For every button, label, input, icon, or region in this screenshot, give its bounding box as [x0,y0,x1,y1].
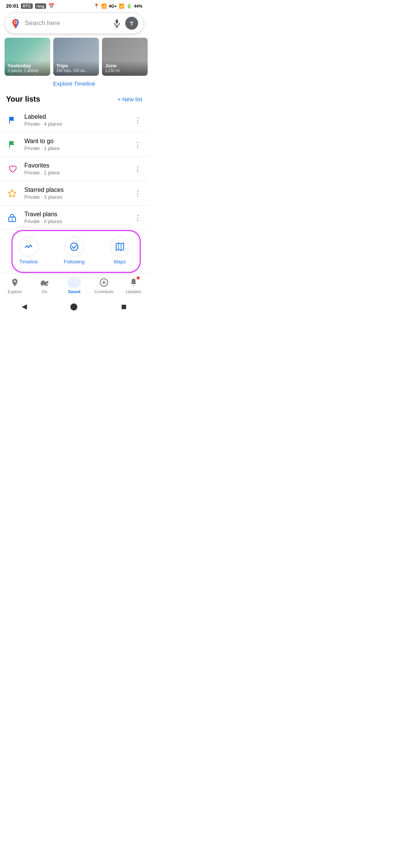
nav-explore[interactable]: Explore [3,277,26,294]
updates-icon [129,278,138,287]
flag-blue-icon [6,114,18,126]
svg-point-8 [70,243,78,251]
svg-marker-5 [8,190,16,197]
sub-nav-wrapper: Timeline Following Maps [0,233,148,270]
timeline-icon [24,242,33,252]
svg-point-14 [41,284,43,286]
nav-contribute-label: Contribute [94,289,114,294]
nav-explore-label: Explore [8,289,22,294]
mic-icon[interactable] [112,19,121,28]
new-list-button[interactable]: + New list [118,96,142,102]
svg-marker-9 [116,243,124,251]
nav-go-label: Go [42,289,48,294]
status-time: 20:01 RTC ring 📅 [6,3,54,9]
status-indicators: 📍 📶 4G+ 📶 🔋 44% [94,3,142,9]
back-button[interactable]: ◀ [22,302,27,311]
list-item-travel[interactable]: Travel plans Private · 0 places ⋮ [0,206,148,230]
explore-icon [10,278,19,287]
following-icon [69,242,79,252]
lists-title: Your lists [6,95,40,104]
android-nav-bar: ◀ ⬤ ◼ [0,298,148,314]
svg-point-1 [14,21,17,23]
status-bar: 20:01 RTC ring 📅 📍 📶 4G+ 📶 🔋 44% [0,0,148,10]
list-item-want-to-go[interactable]: Want to go Private · 1 place ⋮ [0,132,148,157]
list-item-starred[interactable]: Starred places Private · 3 places ⋮ [0,181,148,206]
sub-nav-maps[interactable]: Maps [110,237,130,265]
svg-point-17 [46,284,48,286]
svg-rect-13 [41,281,45,282]
contribute-icon [99,278,108,287]
maps-icon [115,242,125,252]
svg-rect-16 [47,281,48,283]
timeline-card-june[interactable]: June 1,232 mi [102,38,148,76]
nav-updates[interactable]: Updates [122,277,145,294]
bottom-nav: Explore Go Saved [0,273,148,298]
maps-logo-icon [10,18,21,29]
timeline-card-yesterday[interactable]: Yesterday 2 places, 1 activity [5,38,50,76]
list-more-want-to-go[interactable]: ⋮ [133,140,142,149]
list-more-travel[interactable]: ⋮ [133,213,142,222]
recent-button[interactable]: ◼ [121,302,127,311]
timeline-cards: Yesterday 2 places, 1 activity Trips 150… [0,38,148,76]
explore-timeline-link[interactable]: Explore Timeline [53,80,96,87]
star-icon [6,187,18,199]
list-more-starred[interactable]: ⋮ [133,189,142,198]
suitcase-icon [6,212,18,224]
nav-saved[interactable]: Saved [63,277,86,294]
explore-timeline[interactable]: Explore Timeline [0,76,148,93]
nav-contribute[interactable]: Contribute [92,277,115,294]
list-item-favorites[interactable]: Favorites Private · 1 place ⋮ [0,157,148,181]
go-icon [40,278,49,287]
sub-nav-timeline[interactable]: Timeline [19,237,38,265]
nav-saved-label: Saved [68,289,80,294]
timeline-card-trips[interactable]: Trips 150 trips, 242 da… [53,38,99,76]
list-item-labeled[interactable]: Labeled Private · 4 places ⋮ [0,108,148,132]
sub-nav: Timeline Following Maps [0,233,148,270]
nav-go[interactable]: Go [33,277,56,294]
lists-header: Your lists + New list [0,93,148,108]
heart-icon [6,163,18,175]
search-input[interactable]: Search here [25,19,108,27]
sub-nav-timeline-label: Timeline [19,259,38,265]
svg-rect-2 [116,19,118,24]
list-more-favorites[interactable]: ⋮ [133,164,142,174]
home-button[interactable]: ⬤ [70,302,78,311]
notification-dot [137,276,140,279]
nav-updates-label: Updates [126,289,142,294]
flag-green-icon [6,139,18,151]
sub-nav-maps-label: Maps [114,259,126,265]
list-more-labeled[interactable]: ⋮ [133,116,142,125]
svg-point-15 [45,284,46,286]
sub-nav-following-label: Following [64,259,85,265]
avatar[interactable]: T [125,17,138,30]
svg-rect-12 [41,282,47,285]
sub-nav-following[interactable]: Following [64,237,85,265]
search-bar[interactable]: Search here T [5,13,144,34]
